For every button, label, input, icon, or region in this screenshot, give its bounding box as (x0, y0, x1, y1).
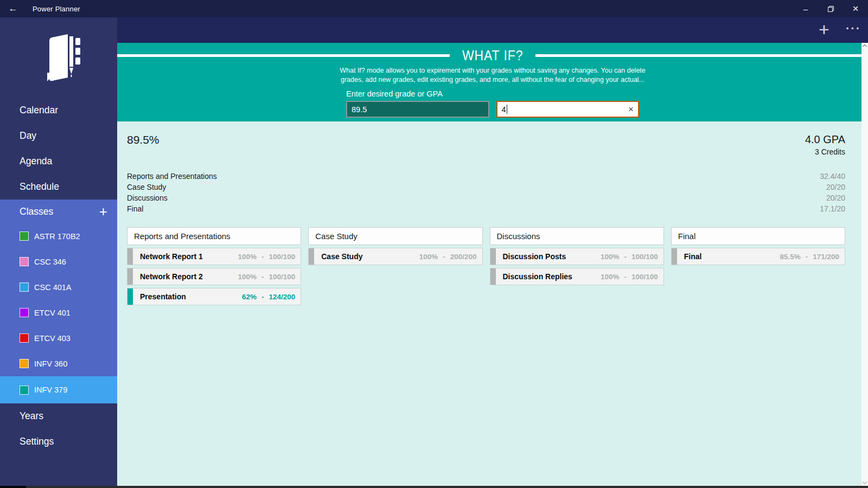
nav-label: Settings (20, 436, 54, 447)
summary-label: Case Study (127, 183, 166, 191)
summary-row: Final 17.1/20 (127, 203, 845, 214)
more-options-button[interactable]: ··· (839, 17, 868, 43)
desired-gpa-input[interactable]: 4 × (496, 101, 640, 118)
category-card-final: Final Final 85.5% - 171/200 (671, 227, 845, 305)
dash-separator: - (806, 253, 808, 261)
sidebar-class-csc-346[interactable]: CSC 346 (0, 249, 117, 274)
grade-row[interactable]: Network Report 1 100% - 100/100 (127, 248, 301, 265)
bottom-edge-strip (0, 486, 868, 488)
sidebar-item-calendar[interactable]: Calendar (0, 98, 117, 123)
category-header[interactable]: Reports and Presentations (127, 227, 301, 245)
category-header[interactable]: Final (671, 227, 845, 245)
sidebar-class-csc-401a[interactable]: CSC 401A (0, 274, 117, 300)
app-logo (0, 17, 117, 98)
gpa-value: 4.0 GPA (805, 133, 845, 146)
summary-row: Reports and Presentations 32.4/40 (127, 171, 845, 182)
description-line-1: What If? mode allows you to expirement w… (117, 66, 868, 75)
grade-name: Discussion Posts (503, 252, 566, 261)
minimize-icon: – (803, 4, 808, 14)
what-if-header: WHAT IF? What If? mode allows you to exp… (117, 43, 868, 121)
desired-grade-value: 89.5 (352, 105, 367, 114)
class-color-swatch (20, 386, 29, 395)
grade-percent: 62% (242, 293, 257, 301)
grade-percent: 100% (238, 273, 257, 281)
vertical-scrollbar[interactable] (861, 43, 868, 486)
category-title: Case Study (315, 232, 358, 241)
sidebar-class-etcv-401[interactable]: ETCV 401 (0, 300, 117, 325)
grade-row[interactable]: Network Report 2 100% - 100/100 (127, 268, 301, 285)
sidebar-item-agenda[interactable]: Agenda (0, 149, 117, 174)
credits-value: 3 Credits (805, 147, 845, 156)
titlebar: ← Power Planner – × (0, 0, 868, 17)
sidebar-item-day[interactable]: Day (0, 123, 117, 149)
grade-name: Case Study (321, 252, 362, 261)
desired-gpa-value: 4 (502, 105, 506, 114)
summary-row: Case Study 20/20 (127, 182, 845, 192)
sidebar-class-infv-360[interactable]: INFV 360 (0, 351, 117, 376)
decorative-line-right (535, 54, 868, 57)
category-card-discussions: Discussions Discussion Posts 100% - 100/… (490, 227, 664, 305)
what-if-title: WHAT IF? (453, 48, 532, 63)
grade-row[interactable]: Discussion Posts 100% - 100/100 (490, 248, 664, 265)
grade-score: 100/100 (631, 253, 658, 261)
grade-row[interactable]: Final 85.5% - 171/200 (671, 248, 845, 265)
scrollbar-up-icon[interactable] (863, 44, 867, 49)
desired-grade-input[interactable]: 89.5 (346, 101, 489, 118)
class-name: ETCV 401 (34, 309, 71, 317)
grade-score: 100/100 (631, 273, 658, 281)
class-name: CSC 401A (34, 283, 72, 292)
dash-separator: - (261, 253, 264, 261)
grade-accent-bar (490, 248, 496, 265)
close-button[interactable]: × (843, 0, 868, 17)
category-title: Discussions (497, 232, 540, 241)
class-name: ASTR 170B2 (34, 232, 80, 241)
summary-label: Reports and Presentations (127, 172, 217, 181)
grade-row-modified[interactable]: Presentation 62% - 124/200 (127, 288, 301, 305)
grade-accent-bar (127, 268, 133, 285)
grade-values: 100% - 100/100 (601, 273, 658, 281)
grade-row[interactable]: Discussion Replies 100% - 100/100 (490, 268, 664, 285)
sidebar-class-infv-379[interactable]: INFV 379 (0, 376, 117, 403)
text-caret (507, 105, 507, 114)
nav-label: Day (20, 130, 36, 142)
what-if-description: What If? mode allows you to expirement w… (117, 66, 868, 85)
nav-label: Schedule (20, 181, 59, 192)
class-name: INFV 360 (34, 359, 67, 368)
grade-score: 200/200 (450, 253, 477, 261)
sidebar-item-settings[interactable]: Settings (0, 429, 117, 454)
category-header[interactable]: Discussions (490, 227, 664, 245)
sidebar-item-years[interactable]: Years (0, 403, 117, 429)
grade-score: 100/100 (269, 253, 295, 261)
gpa-summary: 4.0 GPA 3 Credits (805, 133, 845, 156)
desired-grade-block: Enter desired grade or GPA 89.5 4 × (346, 89, 639, 118)
decorative-line-left (117, 54, 450, 57)
sidebar-item-classes[interactable]: Classes + (0, 200, 117, 223)
back-button[interactable]: ← (0, 0, 26, 17)
what-if-title-row: WHAT IF? (117, 48, 868, 63)
nav-label: Calendar (20, 105, 58, 116)
classes-section: Classes + ASTR 170B2 CSC 346 CSC 401A ET… (0, 200, 117, 403)
sidebar-class-astr-170b2[interactable]: ASTR 170B2 (0, 223, 117, 249)
grade-row[interactable]: Case Study 100% - 200/200 (308, 248, 482, 265)
summary-value: 17.1/20 (820, 204, 845, 213)
grade-percent: 100% (238, 253, 257, 261)
grade-name: Network Report 1 (140, 252, 203, 261)
class-name: ETCV 403 (34, 334, 71, 343)
classes-label: Classes (20, 206, 53, 217)
restore-button[interactable] (818, 0, 843, 17)
sidebar-class-etcv-403[interactable]: ETCV 403 (0, 325, 117, 351)
clear-input-icon[interactable]: × (628, 105, 634, 114)
dash-separator: - (261, 293, 264, 301)
dash-separator: - (443, 253, 445, 261)
category-header[interactable]: Case Study (308, 227, 482, 245)
dash-separator: - (624, 273, 627, 281)
category-title: Reports and Presentations (134, 232, 231, 241)
minimize-button[interactable]: – (793, 0, 818, 17)
sidebar-item-schedule[interactable]: Schedule (0, 174, 117, 200)
add-class-button[interactable]: + (99, 203, 107, 220)
add-grade-button[interactable]: + (809, 17, 839, 43)
restore-icon (828, 6, 834, 12)
scrollbar-down-icon[interactable] (863, 480, 867, 484)
summary-label: Final (127, 204, 143, 213)
category-card-case-study: Case Study Case Study 100% - 200/200 (308, 227, 482, 305)
